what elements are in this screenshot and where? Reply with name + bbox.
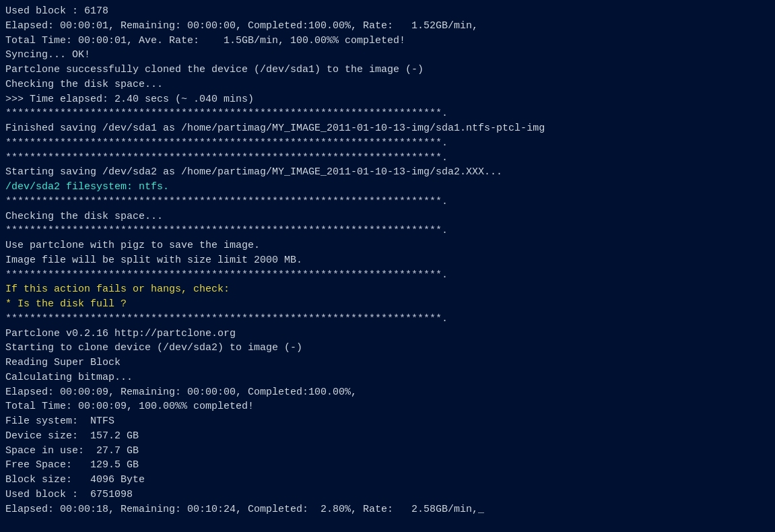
terminal-line: ****************************************… [5,151,770,166]
terminal-line: Partclone successfully cloned the device… [5,63,770,77]
terminal-line: ****************************************… [5,136,770,151]
terminal-line: If this action fails or hangs, check: [5,282,770,297]
terminal-line: Starting saving /dev/sda2 as /home/parti… [5,165,770,180]
terminal-line: Total Time: 00:00:09, 100.00%% completed… [5,399,770,414]
terminal-line: ****************************************… [5,312,770,327]
terminal-line: Block size: 4096 Byte [5,473,770,488]
terminal-line: Starting to clone device (/dev/sda2) to … [5,341,770,356]
terminal-line: Calculating bitmap... [5,370,770,385]
terminal-line: /dev/sda2 filesystem: ntfs. [5,180,770,195]
terminal-line: Reading Super Block [5,356,770,370]
terminal-line: Syncing... OK! [5,48,770,63]
terminal-line: Checking the disk space... [5,77,770,92]
terminal-line: File system: NTFS [5,414,770,429]
terminal-line: Device size: 157.2 GB [5,429,770,444]
terminal-line: Image file will be split with size limit… [5,253,770,268]
terminal-line: Partclone v0.2.16 http://partclone.org [5,327,770,341]
terminal-line: Free Space: 129.5 GB [5,458,770,473]
terminal-line: ****************************************… [5,106,770,121]
terminal-line: Finished saving /dev/sda1 as /home/parti… [5,121,770,136]
terminal-line: * Is the disk full ? [5,297,770,312]
terminal-line: ****************************************… [5,195,770,209]
terminal-line: Use partclone with pigz to save the imag… [5,238,770,253]
terminal-line: Elapsed: 00:00:09, Remaining: 00:00:00, … [5,385,770,400]
terminal-line: ****************************************… [5,224,770,238]
terminal-line: Total Time: 00:00:01, Ave. Rate: 1.5GB/m… [5,34,770,48]
terminal-screen: Used block : 6178Elapsed: 00:00:01, Rema… [0,0,775,532]
terminal-line: Checking the disk space... [5,209,770,224]
terminal-line: Used block : 6178 [5,4,770,19]
terminal-line: Elapsed: 00:00:18, Remaining: 00:10:24, … [5,502,770,517]
terminal-line: >>> Time elapsed: 2.40 secs (~ .040 mins… [5,92,770,107]
terminal-line: Elapsed: 00:00:01, Remaining: 00:00:00, … [5,19,770,34]
terminal-line: Space in use: 27.7 GB [5,444,770,459]
terminal-line: Used block : 6751098 [5,488,770,502]
terminal-line: ****************************************… [5,268,770,283]
